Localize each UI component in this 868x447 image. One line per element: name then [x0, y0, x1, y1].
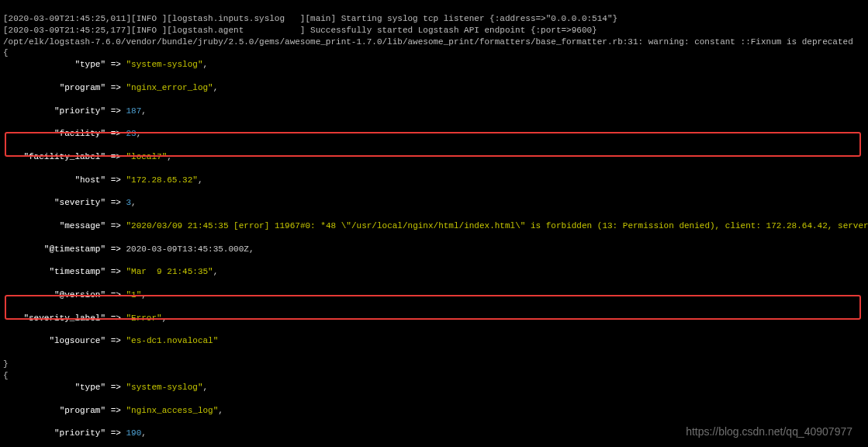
log-line: [2020-03-09T21:45:25,177][INFO ][logstas… [3, 26, 597, 35]
watermark-text: https://blog.csdn.net/qq_40907977 [686, 424, 852, 439]
brace-close: } [3, 359, 9, 369]
kv-severity: "severity" => 3, [3, 197, 865, 209]
kv-type: "type" => "system-syslog", [3, 382, 865, 393]
kv-program: "program" => "nginx_error_log", [3, 82, 865, 94]
kv-facility: "facility" => 23, [3, 128, 865, 140]
kv-program: "program" => "nginx_access_log", [3, 405, 865, 417]
kv-atVersion: "@version" => "1", [3, 289, 865, 301]
kv-host: "host" => "172.28.65.32", [3, 175, 865, 186]
kv-timestamp: "timestamp" => "Mar 9 21:45:35", [3, 266, 865, 278]
brace-open: { [3, 48, 9, 57]
kv-priority: "priority" => 187, [3, 106, 865, 117]
kv-type: "type" => "system-syslog", [3, 59, 865, 71]
kv-atTimestamp: "@timestamp" => 2020-03-09T13:45:35.000Z… [3, 244, 865, 255]
kv-message-hl: "message" => "2020/03/09 21:45:35 [error… [3, 220, 865, 232]
terminal-output: [2020-03-09T21:45:25,011][INFO ][logstas… [0, 0, 868, 447]
kv-logsource: "logsource" => "es-dc1.novalocal" [3, 335, 865, 347]
kv-facility-label: "facility_label" => "local7", [3, 151, 865, 163]
log-line: [2020-03-09T21:45:25,011][INFO ][logstas… [3, 14, 617, 23]
log-line: /opt/elk/logstash-7.6.0/vendor/bundle/jr… [3, 37, 853, 47]
brace-open: { [3, 371, 9, 380]
kv-severity-label: "severity_label" => "Error", [3, 313, 865, 324]
